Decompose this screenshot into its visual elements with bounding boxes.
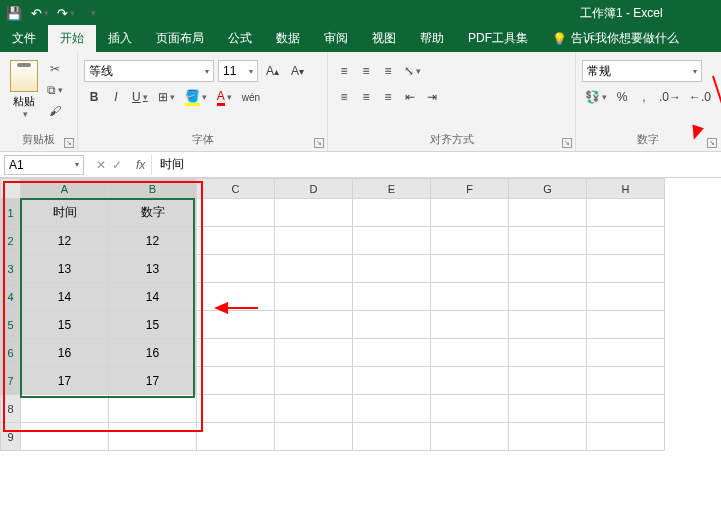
tab-layout[interactable]: 页面布局 <box>144 25 216 52</box>
cell-F8[interactable] <box>431 395 509 423</box>
cell-A8[interactable] <box>21 395 109 423</box>
format-painter-icon[interactable]: 🖌 <box>46 102 64 120</box>
cell-D9[interactable] <box>275 423 353 451</box>
cell-A5[interactable]: 15 <box>21 311 109 339</box>
cell-E2[interactable] <box>353 227 431 255</box>
decrease-decimal-icon[interactable]: ←.0 <box>686 86 714 108</box>
enter-icon[interactable]: ✓ <box>112 158 122 172</box>
redo-icon[interactable]: ↷▾ <box>58 5 74 21</box>
cell-E8[interactable] <box>353 395 431 423</box>
cell-B2[interactable]: 12 <box>109 227 197 255</box>
tab-review[interactable]: 审阅 <box>312 25 360 52</box>
cell-B4[interactable]: 14 <box>109 283 197 311</box>
cell-F6[interactable] <box>431 339 509 367</box>
row-head-8[interactable]: 8 <box>1 395 21 423</box>
col-head-E[interactable]: E <box>353 179 431 199</box>
align-middle-icon[interactable]: ≡ <box>356 60 376 82</box>
decrease-font-icon[interactable]: A▾ <box>287 60 308 82</box>
cell-A9[interactable] <box>21 423 109 451</box>
cell-A7[interactable]: 17 <box>21 367 109 395</box>
tab-formulas[interactable]: 公式 <box>216 25 264 52</box>
cell-B1[interactable]: 数字 <box>109 199 197 227</box>
currency-button[interactable]: 💱▾ <box>582 86 610 108</box>
cell-G5[interactable] <box>509 311 587 339</box>
cell-F3[interactable] <box>431 255 509 283</box>
row-head-6[interactable]: 6 <box>1 339 21 367</box>
fill-color-button[interactable]: 🪣▾ <box>181 86 211 108</box>
font-launcher[interactable]: ↘ <box>314 138 324 148</box>
cell-A4[interactable]: 14 <box>21 283 109 311</box>
paste-button[interactable]: 粘贴 ▾ <box>6 56 42 132</box>
orientation-icon[interactable]: ⤡▾ <box>400 60 425 82</box>
tab-data[interactable]: 数据 <box>264 25 312 52</box>
number-launcher[interactable]: ↘ <box>707 138 717 148</box>
row-head-2[interactable]: 2 <box>1 227 21 255</box>
cell-C5[interactable] <box>197 311 275 339</box>
col-head-H[interactable]: H <box>587 179 665 199</box>
tab-insert[interactable]: 插入 <box>96 25 144 52</box>
cell-C7[interactable] <box>197 367 275 395</box>
cell-F7[interactable] <box>431 367 509 395</box>
tab-help[interactable]: 帮助 <box>408 25 456 52</box>
cell-E6[interactable] <box>353 339 431 367</box>
cell-B3[interactable]: 13 <box>109 255 197 283</box>
comma-button[interactable]: , <box>634 86 654 108</box>
row-head-3[interactable]: 3 <box>1 255 21 283</box>
font-color-button[interactable]: A▾ <box>213 86 236 108</box>
tab-tell-me[interactable]: 💡告诉我你想要做什么 <box>540 25 691 52</box>
cell-B7[interactable]: 17 <box>109 367 197 395</box>
fx-icon[interactable]: fx <box>130 155 152 175</box>
cell-D4[interactable] <box>275 283 353 311</box>
cell-H5[interactable] <box>587 311 665 339</box>
cell-B8[interactable] <box>109 395 197 423</box>
cell-B9[interactable] <box>109 423 197 451</box>
cell-C9[interactable] <box>197 423 275 451</box>
cut-icon[interactable]: ✂ <box>46 60 64 78</box>
phonetic-button[interactable]: wén <box>238 86 264 108</box>
col-head-F[interactable]: F <box>431 179 509 199</box>
cell-C2[interactable] <box>197 227 275 255</box>
cell-D2[interactable] <box>275 227 353 255</box>
cell-G4[interactable] <box>509 283 587 311</box>
col-head-D[interactable]: D <box>275 179 353 199</box>
row-head-5[interactable]: 5 <box>1 311 21 339</box>
number-format-select[interactable]: 常规▾ <box>582 60 702 82</box>
cell-G2[interactable] <box>509 227 587 255</box>
tab-file[interactable]: 文件 <box>0 25 48 52</box>
copy-icon[interactable]: ⧉▾ <box>46 81 64 99</box>
cell-G1[interactable] <box>509 199 587 227</box>
cell-G3[interactable] <box>509 255 587 283</box>
undo-icon[interactable]: ↶▾ <box>32 5 48 21</box>
cancel-icon[interactable]: ✕ <box>96 158 106 172</box>
clipboard-launcher[interactable]: ↘ <box>64 138 74 148</box>
cell-H7[interactable] <box>587 367 665 395</box>
cell-F1[interactable] <box>431 199 509 227</box>
align-center-icon[interactable]: ≡ <box>356 86 376 108</box>
increase-font-icon[interactable]: A▴ <box>262 60 283 82</box>
cell-D7[interactable] <box>275 367 353 395</box>
cell-H9[interactable] <box>587 423 665 451</box>
qat-customize-icon[interactable]: ▾ <box>84 5 100 21</box>
cell-G8[interactable] <box>509 395 587 423</box>
border-button[interactable]: ⊞▾ <box>154 86 179 108</box>
align-left-icon[interactable]: ≡ <box>334 86 354 108</box>
cell-F5[interactable] <box>431 311 509 339</box>
cell-H6[interactable] <box>587 339 665 367</box>
cell-E9[interactable] <box>353 423 431 451</box>
row-head-4[interactable]: 4 <box>1 283 21 311</box>
col-head-G[interactable]: G <box>509 179 587 199</box>
col-head-B[interactable]: B <box>109 179 197 199</box>
cell-A2[interactable]: 12 <box>21 227 109 255</box>
cell-G7[interactable] <box>509 367 587 395</box>
row-head-9[interactable]: 9 <box>1 423 21 451</box>
align-right-icon[interactable]: ≡ <box>378 86 398 108</box>
align-bottom-icon[interactable]: ≡ <box>378 60 398 82</box>
percent-button[interactable]: % <box>612 86 632 108</box>
font-size-select[interactable]: 11▾ <box>218 60 258 82</box>
tab-home[interactable]: 开始 <box>48 25 96 52</box>
align-top-icon[interactable]: ≡ <box>334 60 354 82</box>
cell-E1[interactable] <box>353 199 431 227</box>
formula-value[interactable]: 时间 <box>152 156 192 173</box>
cell-A6[interactable]: 16 <box>21 339 109 367</box>
name-box[interactable]: A1▾ <box>4 155 84 175</box>
